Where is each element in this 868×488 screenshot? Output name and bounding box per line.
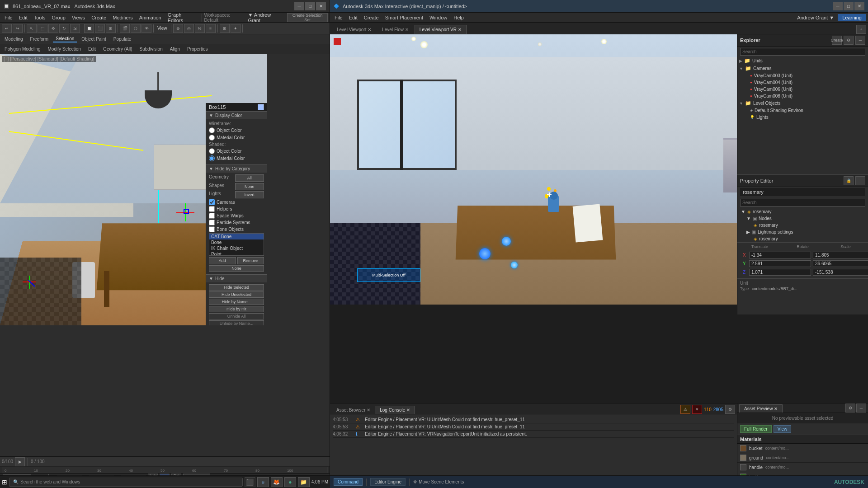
align-tab[interactable]: Align [167,46,183,52]
pe-nodes-child[interactable]: ◈ rosemary [737,222,868,229]
left-close-button[interactable]: ✕ [316,2,326,10]
unhide-by-name-btn[interactable]: Unhide by Name... [209,320,264,325]
freeform-tab[interactable]: Freeform [28,36,52,42]
explorer-minimize-btn[interactable]: ─ [855,36,865,45]
menu-create[interactable]: Create [89,14,109,21]
ik-chain-item[interactable]: IK Chain Object [209,245,264,251]
menu-group[interactable]: Group [49,14,68,21]
menu-views[interactable]: Views [69,14,88,21]
right-smart-placement[interactable]: Smart Placement [382,14,426,21]
modify-selection-tab[interactable]: Modify Selection [45,46,84,52]
move-btn[interactable]: ✥ [48,24,58,33]
log-warning-btn[interactable]: ⚠ [680,405,690,414]
selection-tab[interactable]: Selection [53,36,77,42]
pe-minimize-btn[interactable]: ─ [855,176,865,185]
particles-checkbox[interactable] [209,220,215,225]
cat-bone-item[interactable]: CAT Bone [209,234,264,239]
editor-engine-btn[interactable]: Editor Engine [370,478,406,486]
populate-tab[interactable]: Populate [111,36,134,42]
right-help[interactable]: Help [451,14,467,21]
command-btn[interactable]: Command [334,478,363,486]
align-btn[interactable]: ⊞ [106,24,116,33]
user-menu[interactable]: ▼ Andrew Grant [245,11,287,24]
wireframe-object-radio[interactable] [209,127,215,133]
rotate-btn[interactable]: ↻ [59,24,69,33]
ap-settings-btn[interactable]: ⚙ [845,404,855,413]
play-btn[interactable]: ▶ [15,457,25,466]
hide-unselected-btn[interactable]: Hide Unselected [209,291,264,298]
cam004-item[interactable]: ● VrayCam004 (Unit) [737,79,868,86]
explorer-create-btn[interactable]: Create [832,36,842,45]
ie-icon[interactable]: e [257,477,269,487]
explorer-search-input[interactable] [740,48,865,56]
full-render-btn[interactable]: Full Render [740,425,772,433]
none-bone-btn[interactable]: None [209,265,264,272]
render-btn[interactable]: 🎬 [120,24,130,33]
right-close-btn[interactable]: ✕ [854,2,864,10]
object-paint-tab[interactable]: Object Paint [79,36,108,42]
lights-tree-item[interactable]: 💡 Lights [737,114,868,121]
geometry-all-tab[interactable]: Geometry (All) [100,46,135,52]
log-error-btn[interactable]: ✕ [692,405,702,414]
percent-btn[interactable]: % [195,24,205,33]
cam003-item[interactable]: ● VrayCam003 (Unit) [737,72,868,79]
hide-category-header[interactable]: ▼ Hide by Category [206,164,267,173]
z-translate-input[interactable] [749,269,811,276]
modeling-tab[interactable]: Modeling [2,36,26,42]
tab-add-btn[interactable]: + [856,25,866,34]
point-item[interactable]: Point [209,251,264,256]
hide-by-name-btn[interactable]: Hide by Name... [209,299,264,305]
pe-search-input[interactable] [740,199,865,206]
bone-objects-list[interactable]: CAT Bone Bone IK Chain Object Point [209,233,264,256]
scale-btn[interactable]: ⇲ [70,24,80,33]
level-objects-item[interactable]: ▼ 📁 Level Objects [737,99,868,107]
pe-lock-btn[interactable]: 🔒 [844,176,854,185]
left-restore-button[interactable]: □ [305,2,315,10]
cam008-item[interactable]: ● VrayCam008 (Unit) [737,93,868,99]
explorer-settings-btn[interactable]: ⚙ [844,36,854,45]
invert-btn[interactable]: Invert [235,191,264,198]
select-region-btn[interactable]: ⬚ [38,24,47,33]
x-rotate-input[interactable] [813,252,868,258]
pe-lightmap-child[interactable]: ◈ rosemary [737,235,868,242]
explorer-icon[interactable]: 📁 [298,477,310,487]
view-btn[interactable]: 👁 [142,24,151,33]
level-viewport-tab[interactable]: Level Viewport ✕ [332,25,376,34]
reference-btn[interactable]: ⊕ [173,24,183,33]
menu-modifiers[interactable]: Modifiers [110,14,136,21]
z-rotate-input[interactable] [813,269,868,276]
hide-by-hit-btn[interactable]: Hide by Hit [209,306,264,312]
firefox-icon[interactable]: 🦊 [271,477,283,487]
pe-nodes[interactable]: ▼ ▣ Nodes [737,215,868,222]
cameras-tree-item[interactable]: ▼ 📁 Cameras [737,65,868,72]
polygon-modeling-tab[interactable]: Polygon Modeling [2,46,43,52]
cam006-item[interactable]: ● VrayCam006 (Unit) [737,86,868,93]
light-btn[interactable]: ✦ [231,24,241,33]
display-color-header[interactable]: ▼ Display Color [206,111,267,119]
x-translate-input[interactable] [749,252,811,258]
windows-start-btn[interactable]: ⊞ [2,479,7,486]
layer-btn[interactable]: ≡ [206,24,216,33]
add-bone-btn[interactable]: Add [209,257,236,264]
view-btn[interactable]: View [774,425,792,433]
wireframe-material-radio[interactable] [209,135,215,141]
create-selection-btn[interactable]: Create Selection Set [287,13,328,22]
cameras-checkbox[interactable] [209,199,215,205]
helpers-btn[interactable]: ⊞ [220,24,230,33]
asset-preview-tab[interactable]: Asset Preview ✕ [739,404,783,413]
render2-btn[interactable]: ⬡ [131,24,141,33]
right-window[interactable]: Window [427,14,450,21]
properties-tab[interactable]: Properties [184,46,211,52]
menu-animation[interactable]: Animation [137,14,164,21]
spacewarps-checkbox[interactable] [209,213,215,219]
right-minimize-btn[interactable]: ─ [833,2,843,10]
subdivision-tab[interactable]: Subdivision [137,46,165,52]
snap-btn[interactable]: 🔲 [84,24,94,33]
select-btn[interactable]: ↖ [27,24,37,33]
default-shading-item[interactable]: ◈ Default Shading Environ [737,107,868,114]
menu-file[interactable]: File [2,14,15,21]
pe-lightmap[interactable]: ▶ ▣ Lightmap settings [737,229,868,235]
right-create[interactable]: Create [361,14,382,21]
shaded-material-radio[interactable] [209,155,215,161]
menu-graph-editors[interactable]: Graph Editors [165,11,200,24]
